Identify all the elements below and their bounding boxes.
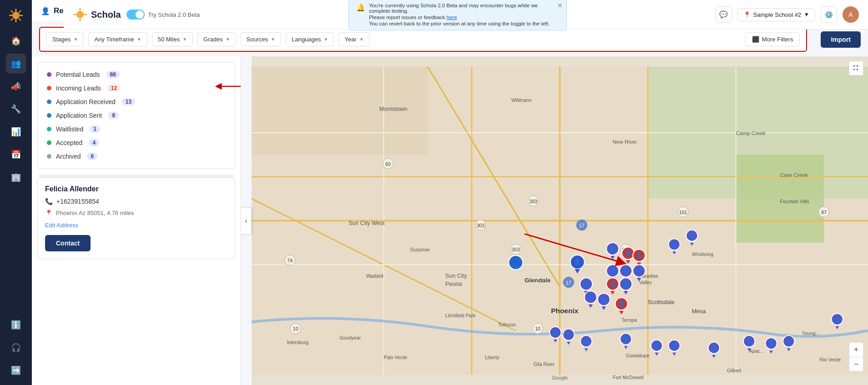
map-pin-solid[interactable] <box>509 255 523 270</box>
svg-text:👤: 👤 <box>786 339 792 345</box>
grades-label: Grades <box>203 36 223 43</box>
svg-text:Valley: Valley <box>639 280 652 285</box>
languages-filter[interactable]: Languages ▼ <box>286 32 334 46</box>
collapse-chevron-icon: ‹ <box>245 217 247 225</box>
beta-text: Try Schola 2.0 Beta <box>148 11 200 18</box>
sidebar-item-calendar[interactable]: 📅 <box>6 145 26 165</box>
svg-text:👤: 👤 <box>654 343 660 349</box>
close-notification-button[interactable]: ✕ <box>557 2 563 9</box>
svg-text:Surprise: Surprise <box>410 246 429 252</box>
grades-filter[interactable]: Grades ▼ <box>197 32 236 46</box>
distance-filter[interactable]: 50 Miles ▼ <box>152 32 193 46</box>
chat-button[interactable]: 💬 <box>716 6 732 23</box>
school-name: Sample School #2 <box>753 11 802 18</box>
svg-text:Gila River: Gila River <box>533 361 555 367</box>
languages-chevron: ▼ <box>324 37 328 42</box>
sidebar-item-chart[interactable]: 📊 <box>6 122 26 142</box>
contact-card: Felicia Allender 📞 +16239155854 📍 Phoeni… <box>37 177 235 259</box>
svg-text:👤: 👤 <box>574 258 581 265</box>
filter-bar: Stages ▼ Any Timeframe ▼ 50 Miles ▼ Grad… <box>39 27 807 52</box>
svg-text:👤: 👤 <box>623 336 629 342</box>
sidebar-item-people[interactable]: 👥 <box>6 54 26 74</box>
stage-accepted[interactable]: Accepted 4 <box>45 136 227 150</box>
stage-waitlisted[interactable]: Waitlisted 1 <box>45 122 227 136</box>
sidebar-item-info[interactable]: ℹ️ <box>6 315 26 335</box>
user-avatar[interactable]: A <box>843 6 859 23</box>
contact-button[interactable]: Contact <box>45 235 91 251</box>
edit-address-link[interactable]: Edit Address <box>45 222 227 229</box>
stage-dot <box>47 100 51 104</box>
svg-text:Intersburg: Intersburg <box>287 340 308 345</box>
notification-line1: You're currently using Schola 2.0 Beta a… <box>369 3 538 14</box>
map-collapse-button[interactable]: ‹ <box>241 207 252 235</box>
zoom-out-button[interactable]: − <box>849 357 863 371</box>
stage-incoming-leads[interactable]: Incoming Leads 12 <box>45 81 227 95</box>
stage-dot <box>47 113 51 118</box>
svg-text:Sun City: Sun City <box>445 273 467 279</box>
svg-text:87: 87 <box>821 210 827 215</box>
svg-text:👤: 👤 <box>671 242 678 248</box>
school-selector[interactable]: 📍 Sample School #2 ▼ <box>737 8 815 21</box>
stages-label: Stages <box>52 36 71 43</box>
sources-filter[interactable]: Sources ▼ <box>241 32 282 46</box>
map-expand-button[interactable] <box>849 61 863 75</box>
import-button[interactable]: Import <box>821 31 861 48</box>
distance-label: 50 Miles <box>158 36 180 43</box>
stage-dot <box>47 140 51 145</box>
svg-text:Wittmann: Wittmann <box>511 97 532 103</box>
topbar-left: Schola Try Schola 2.0 Beta <box>73 7 200 22</box>
stages-list: Potential Leads 86 Incoming Leads 12 <box>37 62 235 169</box>
year-filter[interactable]: Year ▼ <box>338 32 369 46</box>
sidebar-item-tools[interactable]: 🔧 <box>6 99 26 119</box>
sidebar-item-arrow[interactable]: ➡️ <box>6 360 26 380</box>
svg-text:Liberty: Liberty <box>485 355 500 360</box>
stage-potential-leads[interactable]: Potential Leads 86 <box>45 68 227 81</box>
map-zoom-controls: + − <box>849 342 863 371</box>
svg-text:60: 60 <box>385 161 391 167</box>
year-chevron: ▼ <box>359 37 364 42</box>
location-pin-icon: 📍 <box>45 210 52 216</box>
zoom-in-button[interactable]: + <box>849 342 863 357</box>
svg-text:Rio Verde: Rio Verde <box>820 357 841 362</box>
contact-phone-number[interactable]: +16239155854 <box>56 198 99 205</box>
stages-filter[interactable]: Stages ▼ <box>46 32 84 46</box>
timeframe-filter[interactable]: Any Timeframe ▼ <box>88 32 147 46</box>
stage-application-sent[interactable]: Application Sent 9 <box>45 109 227 122</box>
svg-text:Mesa: Mesa <box>692 308 706 315</box>
svg-text:👤: 👤 <box>623 281 630 287</box>
beta-toggle[interactable] <box>126 10 145 20</box>
more-filters-button[interactable]: ⬛ More Filters <box>745 32 800 46</box>
stage-archived[interactable]: Archived 6 <box>45 150 227 163</box>
settings-button[interactable]: ⚙️ <box>821 6 837 23</box>
stage-label: Waitlisted <box>56 125 83 133</box>
notification-link[interactable]: here <box>447 15 457 20</box>
svg-text:👤: 👤 <box>587 294 594 300</box>
svg-text:Waddell: Waddell <box>366 273 384 279</box>
svg-line-8 <box>11 19 13 20</box>
sidebar-item-home[interactable]: 🏠 <box>6 31 26 51</box>
svg-text:👤: 👤 <box>711 345 717 351</box>
svg-text:101: 101 <box>679 210 687 215</box>
sidebar-item-building[interactable]: 🏢 <box>6 167 26 187</box>
sidebar-item-megaphone[interactable]: 📣 <box>6 76 26 96</box>
content-area: Potential Leads 86 Incoming Leads 12 <box>32 56 868 385</box>
left-sidebar: 🏠 👥 📣 🔧 📊 📅 🏢 ℹ️ 🎧 ➡️ <box>0 0 32 385</box>
expand-icon <box>853 65 860 72</box>
filter-icon: ⬛ <box>752 36 759 43</box>
svg-text:Peoria: Peoria <box>445 281 462 287</box>
distance-chevron: ▼ <box>182 37 187 42</box>
svg-text:17: 17 <box>566 280 571 285</box>
notification-text1: You're currently using Schola 2.0 Beta a… <box>369 3 559 14</box>
notification-banner: 🔔 You're currently using Schola 2.0 Beta… <box>348 0 567 30</box>
svg-text:👤: 👤 <box>636 268 643 274</box>
svg-text:Fort McDowell: Fort McDowell <box>613 375 644 380</box>
location-icon: 📍 <box>743 11 751 18</box>
sidebar-item-headphones[interactable]: 🎧 <box>6 338 26 358</box>
svg-text:👤: 👤 <box>552 330 559 335</box>
stage-label: Archived <box>56 153 81 160</box>
svg-text:17: 17 <box>579 223 585 228</box>
svg-text:👤: 👤 <box>834 316 841 322</box>
sidebar-logo <box>9 5 23 28</box>
stage-application-received[interactable]: Application Received 13 <box>45 95 227 109</box>
stage-badge: 6 <box>87 153 97 160</box>
